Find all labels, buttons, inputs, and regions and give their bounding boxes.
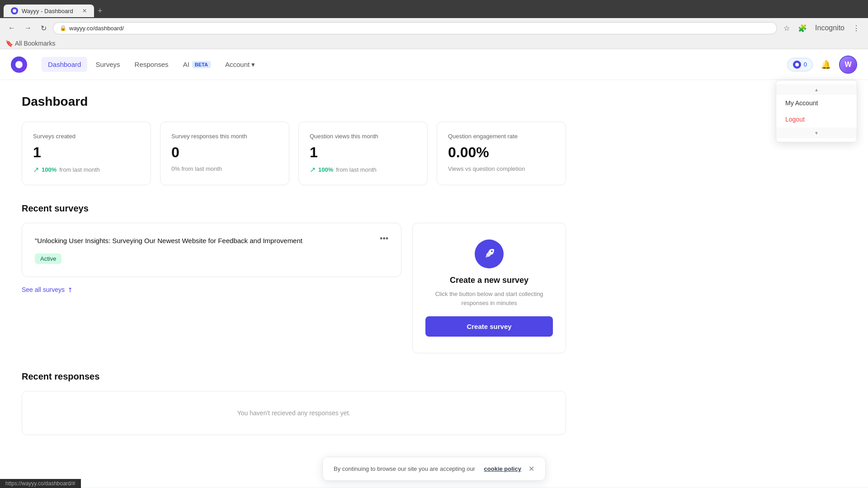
survey-title: "Unlocking User Insights: Surveying Our … <box>35 236 388 246</box>
stat-change-question-views: ↗ 100% from last month <box>310 165 416 174</box>
svg-point-0 <box>13 9 16 13</box>
stat-label-surveys-created: Surveys created <box>33 133 140 140</box>
dropdown-scroll-up[interactable]: ▲ <box>776 84 857 95</box>
bookmarks-icon: 🔖 <box>5 40 13 47</box>
menu-button[interactable]: ⋮ <box>850 22 863 34</box>
chevron-down-icon: ▾ <box>251 61 255 69</box>
cookie-policy-link[interactable]: cookie policy <box>484 465 521 472</box>
tab-close-button[interactable]: ✕ <box>82 8 87 14</box>
notifications-button[interactable]: 🔔 <box>818 57 834 72</box>
nav-links: Dashboard Surveys Responses AI BETA Acco… <box>42 57 261 72</box>
svg-point-2 <box>795 63 799 66</box>
stat-value-surveys-created: 1 <box>33 144 140 161</box>
create-survey-desc: Click the button below and start collect… <box>425 290 553 307</box>
new-tab-button[interactable]: + <box>94 5 106 18</box>
status-bar: https://wayyy.co/dashboard/# <box>0 479 81 487</box>
stat-label-question-views: Question views this month <box>310 133 416 140</box>
svg-point-1 <box>15 61 23 68</box>
avatar[interactable]: W <box>839 56 857 74</box>
create-survey-title: Create a new survey <box>450 276 528 285</box>
stat-value-question-views: 1 <box>310 144 416 161</box>
rocket-icon <box>475 239 504 268</box>
status-url: https://wayyy.co/dashboard/# <box>5 480 75 487</box>
refresh-button[interactable]: ↻ <box>38 22 49 34</box>
app-wrapper: Dashboard Surveys Responses AI BETA Acco… <box>0 49 868 487</box>
bookmark-button[interactable]: ☆ <box>781 22 793 34</box>
dropdown-scroll-down[interactable]: ▼ <box>776 127 857 138</box>
stat-label-engagement-rate: Question engagement rate <box>448 133 555 140</box>
credits-badge[interactable]: 0 <box>787 58 813 71</box>
create-survey-card: Create a new survey Click the button bel… <box>412 223 566 353</box>
stat-change-engagement-rate: Views vs question completion <box>448 165 555 172</box>
survey-card: ••• "Unlocking User Insights: Surveying … <box>22 223 401 277</box>
dropdown-item-logout[interactable]: Logout <box>776 111 857 127</box>
nav-link-account[interactable]: Account ▾ <box>219 57 261 72</box>
stat-value-engagement-rate: 0.00% <box>448 144 555 161</box>
status-badge: Active <box>35 253 61 264</box>
beta-badge: BETA <box>192 61 211 68</box>
responses-empty-card: You haven't recieved any responses yet. <box>22 391 566 435</box>
credits-count: 0 <box>804 61 807 68</box>
extensions-button[interactable]: 🧩 <box>795 22 810 34</box>
nav-link-dashboard[interactable]: Dashboard <box>42 57 87 72</box>
trend-up-icon: ↗ <box>33 165 39 174</box>
nav-right: 0 🔔 W <box>787 56 857 74</box>
tab-bar: Wayyy - Dashboard ✕ + <box>0 0 868 18</box>
back-button[interactable]: ← <box>5 22 18 34</box>
forward-button[interactable]: → <box>22 22 34 34</box>
active-tab[interactable]: Wayyy - Dashboard ✕ <box>4 5 94 17</box>
see-all-surveys-link[interactable]: See all surveys ↗ <box>22 286 401 293</box>
recent-surveys-section: Recent surveys ••• "Unlocking User Insig… <box>22 203 566 353</box>
address-bar[interactable]: 🔒 wayyy.co/dashboard/ <box>53 22 777 34</box>
profile-button[interactable]: Incognito <box>812 22 847 34</box>
survey-options-button[interactable]: ••• <box>376 232 392 245</box>
cookie-text: By continuing to browse our site you are… <box>334 465 475 472</box>
lock-icon: 🔒 <box>60 25 66 31</box>
nav-link-surveys[interactable]: Surveys <box>89 57 126 72</box>
profile-label: Incognito <box>815 24 844 32</box>
nav-link-responses[interactable]: Responses <box>128 57 175 72</box>
recent-responses-title: Recent responses <box>22 371 566 382</box>
stat-card-survey-responses: Survey responses this month 0 0% from la… <box>160 122 289 185</box>
surveys-row: ••• "Unlocking User Insights: Surveying … <box>22 223 566 353</box>
cookie-close-button[interactable]: ✕ <box>528 465 534 473</box>
stat-change-surveys-created: ↗ 100% from last month <box>33 165 140 174</box>
toolbar-actions: ☆ 🧩 Incognito ⋮ <box>781 22 863 34</box>
main-nav: Dashboard Surveys Responses AI BETA Acco… <box>0 49 868 80</box>
survey-card-wrapper: ••• "Unlocking User Insights: Surveying … <box>22 223 401 353</box>
page-title: Dashboard <box>22 94 566 109</box>
bookmarks-label: All Bookmarks <box>15 40 55 47</box>
stat-value-survey-responses: 0 <box>171 144 278 161</box>
avatar-image: W <box>840 56 856 73</box>
nav-link-ai[interactable]: AI BETA <box>177 57 217 72</box>
recent-responses-section: Recent responses You haven't recieved an… <box>22 371 566 435</box>
trend-up-icon-2: ↗ <box>310 165 316 174</box>
svg-point-3 <box>491 250 493 252</box>
url-text: wayyy.co/dashboard/ <box>69 25 124 32</box>
stats-grid: Surveys created 1 ↗ 100% from last month… <box>22 122 566 185</box>
cookie-banner: By continuing to browse our site you are… <box>322 457 546 481</box>
dropdown-item-my-account[interactable]: My Account <box>776 95 857 111</box>
stat-card-question-views: Question views this month 1 ↗ 100% from … <box>298 122 428 185</box>
tab-title: Wayyy - Dashboard <box>22 8 73 14</box>
arrow-icon: ↗ <box>66 285 75 294</box>
no-responses-label: You haven't recieved any responses yet. <box>237 409 350 417</box>
favicon <box>11 7 18 14</box>
stat-label-survey-responses: Survey responses this month <box>171 133 278 140</box>
stat-card-engagement-rate: Question engagement rate 0.00% Views vs … <box>437 122 566 185</box>
browser-toolbar: ← → ↻ 🔒 wayyy.co/dashboard/ ☆ 🧩 Incognit… <box>0 18 868 38</box>
main-content: Dashboard Surveys created 1 ↗ 100% from … <box>0 80 588 450</box>
recent-surveys-title: Recent surveys <box>22 203 566 214</box>
logo[interactable] <box>11 56 27 73</box>
create-survey-button[interactable]: Create survey <box>425 316 553 337</box>
credits-icon <box>793 61 801 69</box>
browser-chrome: Wayyy - Dashboard ✕ + ← → ↻ 🔒 wayyy.co/d… <box>0 0 868 49</box>
stat-change-survey-responses: 0% from last month <box>171 165 278 172</box>
stat-card-surveys-created: Surveys created 1 ↗ 100% from last month <box>22 122 151 185</box>
account-dropdown: ▲ My Account Logout ▼ <box>776 80 857 142</box>
bookmarks-bar: 🔖 All Bookmarks <box>0 38 868 49</box>
